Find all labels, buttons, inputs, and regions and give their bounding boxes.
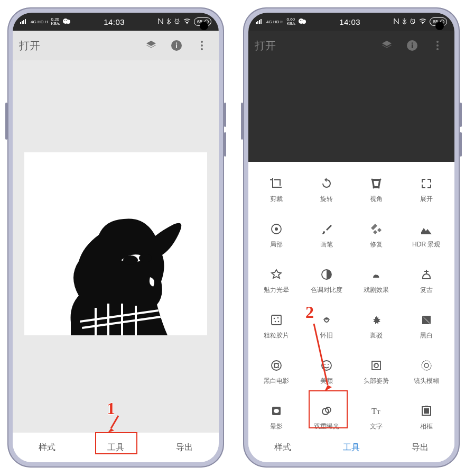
tool-label: 晕影	[270, 422, 283, 431]
wifi-icon	[419, 19, 426, 25]
svg-point-5	[187, 23, 188, 24]
signal-icon	[20, 19, 27, 25]
svg-point-58	[375, 364, 376, 365]
svg-point-2	[64, 20, 66, 21]
svg-marker-72	[324, 385, 332, 391]
tab-styles[interactable]: 样式	[13, 433, 81, 462]
tool-grunge[interactable]: 斑驳	[351, 305, 402, 348]
clock: 14:03	[104, 17, 125, 26]
tool-label: 头部姿势	[364, 377, 389, 386]
tab-tools[interactable]: 工具	[317, 433, 386, 462]
phone-frame-left: 4G HD H 0.20KB/s 14:03 65 打开	[7, 7, 224, 468]
svg-point-23	[302, 20, 306, 24]
data-speed: 0.60KB/s	[286, 17, 295, 26]
tool-label: 画笔	[320, 240, 333, 249]
tool-expand[interactable]: 展开	[402, 168, 452, 212]
tool-tonal[interactable]: 色调对比度	[302, 259, 352, 303]
phone-frame-right: 4G HD H 0.60KB/s 14:03 65 打开	[243, 7, 460, 468]
bottom-nav: 样式 工具 导出	[248, 433, 454, 462]
grainy-icon	[269, 313, 283, 327]
tool-noir[interactable]: 黑白电影	[252, 350, 302, 393]
tool-label: 文字	[370, 422, 383, 431]
selective-icon	[269, 222, 283, 236]
svg-point-45	[278, 321, 280, 322]
info-icon	[402, 35, 423, 56]
tool-text[interactable]: TT文字	[351, 396, 402, 433]
status-bar: 4G HD H 0.60KB/s 14:03 65	[248, 13, 454, 31]
svg-point-47	[272, 361, 281, 370]
open-button[interactable]: 打开	[19, 39, 40, 53]
tool-glamour[interactable]: 魅力光晕	[252, 259, 302, 303]
wechat-icon	[299, 18, 306, 25]
expand-icon	[420, 177, 433, 190]
tool-label: 粗粒胶片	[264, 331, 289, 340]
layers-icon[interactable]	[141, 35, 162, 56]
tool-headpose[interactable]: 头部姿势	[351, 350, 402, 393]
perspective-icon	[369, 177, 383, 190]
tool-label: 黑白	[420, 331, 433, 340]
drama-icon	[369, 268, 383, 281]
tonal-icon	[320, 268, 333, 281]
info-icon[interactable]	[166, 35, 187, 56]
healing-icon	[369, 222, 383, 236]
tab-styles[interactable]: 样式	[248, 433, 317, 462]
svg-point-42	[274, 317, 275, 319]
overflow-menu-icon[interactable]	[191, 35, 212, 56]
open-button-dimmed: 打开	[255, 39, 276, 53]
tool-label: 镜头模糊	[414, 377, 439, 386]
dimmed-background: 打开	[248, 31, 454, 162]
svg-point-48	[274, 363, 278, 368]
vintage-icon	[420, 268, 433, 281]
tab-export[interactable]: 导出	[150, 433, 219, 462]
svg-point-61	[424, 363, 429, 368]
svg-point-59	[377, 364, 378, 365]
svg-rect-41	[272, 315, 281, 325]
svg-point-57	[374, 363, 378, 368]
tool-label: 相框	[420, 422, 433, 431]
tool-drama[interactable]: 戏剧效果	[351, 259, 402, 303]
image-canvas-area	[13, 60, 219, 433]
svg-rect-16	[107, 304, 109, 335]
tool-bw[interactable]: 黑白	[402, 305, 452, 348]
tool-grainy[interactable]: 粗粒胶片	[252, 305, 302, 348]
svg-point-9	[201, 41, 203, 43]
tool-selective[interactable]: 局部	[252, 214, 302, 257]
svg-point-13	[139, 254, 152, 262]
brush-icon	[320, 222, 333, 236]
network-label: 4G HD H	[266, 20, 283, 24]
layers-icon	[376, 35, 397, 56]
tool-frames[interactable]: 相框	[402, 396, 452, 433]
overflow-menu-icon	[427, 35, 448, 56]
tool-label: 视角	[370, 195, 383, 204]
image-canvas[interactable]	[24, 152, 207, 335]
tab-export[interactable]: 导出	[386, 433, 454, 462]
tool-brush[interactable]: 画笔	[302, 214, 352, 257]
wechat-icon	[63, 18, 70, 25]
svg-point-44	[275, 321, 276, 322]
svg-line-20	[111, 416, 118, 428]
network-label: 4G HD H	[31, 20, 48, 24]
tool-label: 剪裁	[270, 195, 283, 204]
svg-point-10	[201, 44, 203, 47]
tool-crop[interactable]: 剪裁	[252, 168, 302, 212]
svg-text:T: T	[377, 409, 380, 415]
tool-vignette[interactable]: 晕影	[252, 396, 302, 433]
svg-rect-17	[121, 304, 123, 335]
svg-point-30	[412, 42, 413, 43]
screen-right: 4G HD H 0.60KB/s 14:03 65 打开	[248, 13, 454, 462]
tool-perspective[interactable]: 视角	[351, 168, 402, 212]
tool-vintage[interactable]: 复古	[402, 259, 452, 303]
svg-point-33	[436, 48, 439, 50]
annotation-box-2	[309, 390, 348, 428]
photo-silhouette	[42, 198, 190, 335]
camera-punch-hole	[435, 22, 444, 30]
svg-point-52	[278, 367, 279, 368]
tool-healing[interactable]: 修复	[351, 214, 402, 257]
svg-marker-21	[108, 428, 114, 433]
frames-icon	[420, 404, 433, 418]
tool-lensblur[interactable]: 镜头模糊	[402, 350, 452, 393]
app-bar-dimmed: 打开	[248, 31, 454, 60]
tool-rotate[interactable]: 旋转	[302, 168, 352, 212]
tool-hdr[interactable]: HDR 景观	[402, 214, 452, 257]
bw-icon	[420, 313, 433, 327]
